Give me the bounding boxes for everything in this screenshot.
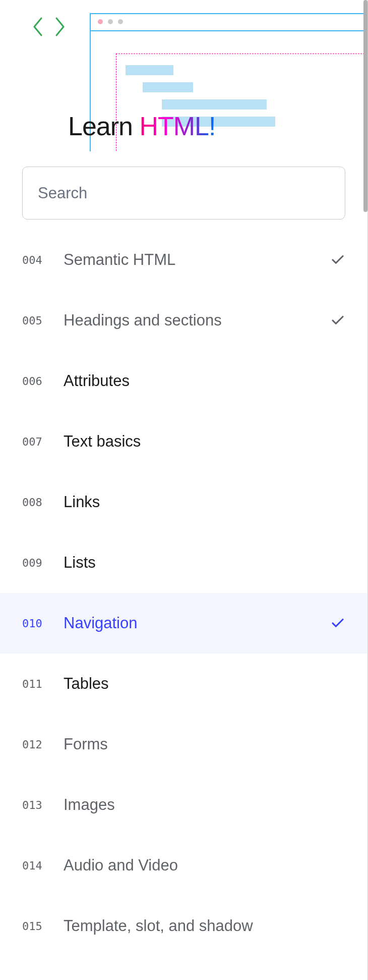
nav-arrows xyxy=(31,16,67,37)
toc-item[interactable]: 009Lists xyxy=(0,532,367,593)
toc-item-number: 006 xyxy=(22,375,64,388)
prev-arrow-button[interactable] xyxy=(31,16,44,37)
check-icon xyxy=(330,616,345,631)
toc-item[interactable]: 005Headings and sections xyxy=(0,290,367,351)
toc-item-label: Images xyxy=(64,796,345,814)
toc-item-label: Tables xyxy=(64,675,345,693)
toc-item[interactable]: 004Semantic HTML xyxy=(0,230,367,290)
course-title-prefix: Learn xyxy=(68,112,139,141)
hero-banner: Learn HTML! xyxy=(0,0,367,151)
toc-item[interactable]: 007Text basics xyxy=(0,411,367,472)
search-container xyxy=(0,151,367,230)
toc-item-label: Headings and sections xyxy=(64,311,330,330)
toc-item-number: 005 xyxy=(22,314,64,327)
toc-item-label: Forms xyxy=(64,735,345,753)
toc-item[interactable]: 006Attributes xyxy=(0,351,367,411)
window-controls-illustration xyxy=(98,19,123,24)
toc-item[interactable]: 016HTML APIs xyxy=(0,956,367,980)
toc-item-number: 010 xyxy=(22,617,64,630)
toc-item-label: Links xyxy=(64,493,345,511)
search-input[interactable] xyxy=(22,167,345,220)
toc-item-number: 007 xyxy=(22,435,64,448)
toc-item-label: Audio and Video xyxy=(64,856,345,875)
toc-item[interactable]: 012Forms xyxy=(0,714,367,775)
toc-item-label: Lists xyxy=(64,554,345,572)
scrollbar-thumb[interactable] xyxy=(363,0,367,212)
chevron-right-icon xyxy=(53,16,67,37)
toc-item[interactable]: 008Links xyxy=(0,472,367,532)
toc-list: 004Semantic HTML005Headings and sections… xyxy=(0,230,367,980)
toc-item-number: 015 xyxy=(22,920,64,933)
toc-item-label: Navigation xyxy=(64,614,330,632)
toc-item-number: 009 xyxy=(22,557,64,569)
chevron-left-icon xyxy=(31,16,44,37)
toc-item[interactable]: 015Template, slot, and shadow xyxy=(0,896,367,956)
toc-item[interactable]: 014Audio and Video xyxy=(0,835,367,896)
toc-item-number: 004 xyxy=(22,254,64,266)
toc-item-label: Text basics xyxy=(64,432,345,451)
toc-item-number: 012 xyxy=(22,738,64,751)
check-icon xyxy=(330,252,345,267)
toc-item-label: Attributes xyxy=(64,372,345,390)
toc-item[interactable]: 011Tables xyxy=(0,654,367,714)
toc-item-number: 013 xyxy=(22,799,64,811)
toc-item-number: 008 xyxy=(22,496,64,509)
toc-item-label: HTML APIs xyxy=(64,977,345,980)
next-arrow-button[interactable] xyxy=(53,16,67,37)
toc-item[interactable]: 013Images xyxy=(0,775,367,835)
toc-item-label: Semantic HTML xyxy=(64,251,330,269)
check-icon xyxy=(330,313,345,328)
toc-item-number: 011 xyxy=(22,678,64,690)
toc-item-number: 014 xyxy=(22,859,64,872)
course-sidebar: Learn HTML! 004Semantic HTML005Headings … xyxy=(0,0,368,980)
course-title: Learn HTML! xyxy=(68,111,215,141)
toc-item-label: Template, slot, and shadow xyxy=(64,917,345,935)
course-title-highlight: HTML! xyxy=(139,112,215,141)
toc-item[interactable]: 010Navigation xyxy=(0,593,367,654)
